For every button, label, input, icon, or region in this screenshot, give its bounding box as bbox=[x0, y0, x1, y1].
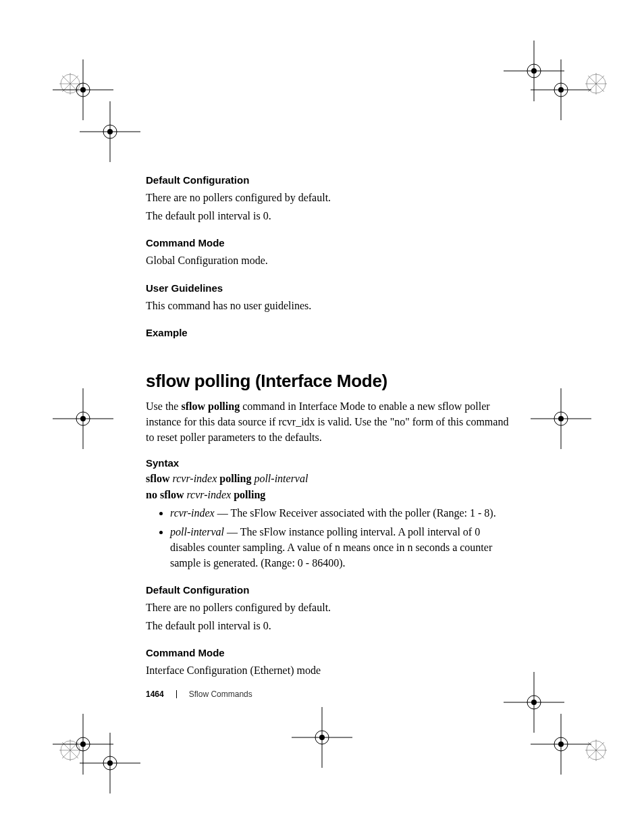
param-term: rcvr-index bbox=[170, 507, 215, 519]
section-default-config: Default Configuration There are no polle… bbox=[146, 174, 510, 224]
section-example: Example bbox=[146, 327, 510, 338]
page-footer: 1464 Sflow Commands bbox=[146, 689, 252, 699]
svg-point-31 bbox=[80, 416, 86, 421]
param-desc: — The sFlow Receiver associated with the… bbox=[215, 507, 496, 519]
heading-user-guidelines: User Guidelines bbox=[146, 282, 510, 294]
svg-point-63 bbox=[531, 700, 537, 705]
registration-mark-icon bbox=[531, 388, 591, 449]
registration-mark-icon bbox=[504, 41, 564, 101]
page-container: Default Configuration There are no polle… bbox=[0, 0, 644, 834]
registration-mark-icon bbox=[292, 707, 352, 768]
body-text: Global Configuration mode. bbox=[146, 253, 510, 268]
command-name: sflow polling bbox=[181, 400, 240, 412]
page-number: 1464 bbox=[146, 689, 164, 699]
heading-default-config: Default Configuration bbox=[146, 174, 510, 186]
heading-syntax: Syntax bbox=[146, 457, 510, 469]
body-text: There are no pollers configured by defau… bbox=[146, 190, 510, 205]
command-title: sflow polling (Interface Mode) bbox=[146, 371, 510, 392]
kw: polling bbox=[217, 473, 254, 484]
divider-icon bbox=[176, 690, 177, 698]
svg-point-55 bbox=[531, 68, 537, 74]
param: poll-interval bbox=[254, 473, 308, 484]
kw: polling bbox=[231, 489, 265, 500]
syntax-line: sflow rcvr-index polling poll-interval bbox=[146, 473, 510, 485]
body-text: Interface Configuration (Ethernet) mode bbox=[146, 662, 510, 678]
body-text: There are no pollers configured by defau… bbox=[146, 600, 510, 615]
chapter-name: Sflow Commands bbox=[189, 689, 252, 699]
heading-command-mode: Command Mode bbox=[146, 647, 510, 658]
svg-point-43 bbox=[558, 741, 564, 747]
registration-mark-icon bbox=[53, 388, 113, 449]
section-syntax: Syntax sflow rcvr-index polling poll-int… bbox=[146, 457, 510, 571]
content-area: Default Configuration There are no polle… bbox=[146, 174, 510, 692]
list-item: poll-interval — The sFlow instance polli… bbox=[170, 524, 510, 571]
body-text: The default poll interval is 0. bbox=[146, 208, 510, 224]
param: rcvr-index bbox=[173, 473, 217, 484]
heading-example: Example bbox=[146, 327, 510, 338]
svg-point-23 bbox=[80, 87, 86, 93]
text-fragment: Use the bbox=[146, 400, 181, 412]
list-item: rcvr-index — The sFlow Receiver associat… bbox=[170, 505, 510, 521]
section-default-config: Default Configuration There are no polle… bbox=[146, 584, 510, 633]
section-command-mode: Command Mode Global Configuration mode. bbox=[146, 237, 510, 268]
section-user-guidelines: User Guidelines This command has no user… bbox=[146, 282, 510, 313]
kw: no sflow bbox=[146, 489, 186, 500]
syntax-line: no sflow rcvr-index polling bbox=[146, 489, 510, 501]
heading-default-config: Default Configuration bbox=[146, 584, 510, 596]
registration-mark-icon bbox=[80, 733, 140, 793]
svg-point-51 bbox=[107, 129, 113, 134]
section-command-mode: Command Mode Interface Configuration (Et… bbox=[146, 647, 510, 678]
body-text: This command has no user guidelines. bbox=[146, 298, 510, 313]
intro-paragraph: Use the sflow polling command in Interfa… bbox=[146, 398, 510, 446]
syntax-params-list: rcvr-index — The sFlow Receiver associat… bbox=[146, 505, 510, 571]
heading-command-mode: Command Mode bbox=[146, 237, 510, 249]
body-text: The default poll interval is 0. bbox=[146, 618, 510, 633]
svg-point-59 bbox=[107, 760, 113, 766]
svg-point-35 bbox=[558, 416, 564, 421]
registration-mark-icon bbox=[80, 101, 140, 162]
param: rcvr-index bbox=[186, 489, 231, 500]
svg-point-47 bbox=[319, 735, 325, 740]
param-term: poll-interval bbox=[170, 526, 224, 538]
registration-mark-icon bbox=[504, 672, 564, 733]
kw: sflow bbox=[146, 473, 173, 484]
